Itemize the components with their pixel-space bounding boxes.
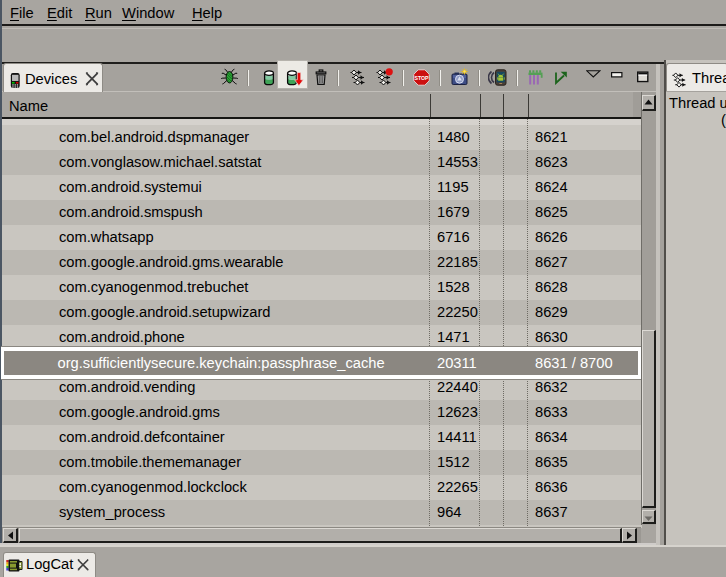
svg-text:STOP: STOP xyxy=(414,75,429,81)
